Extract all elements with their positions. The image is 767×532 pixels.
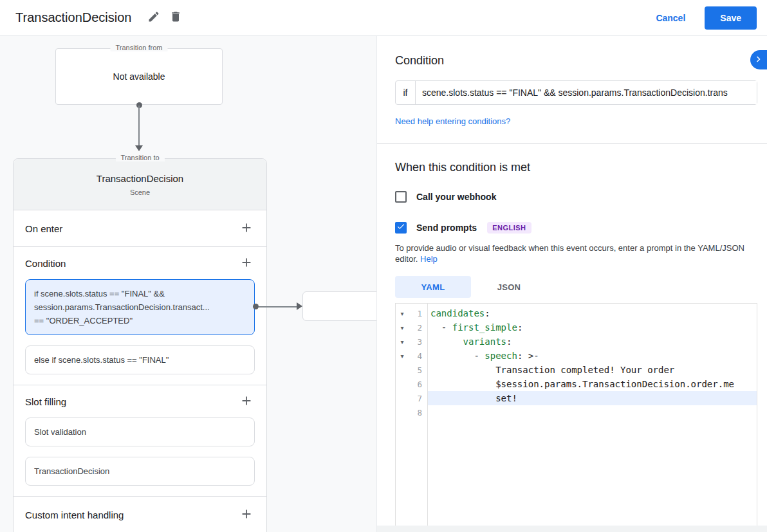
connector-line	[138, 105, 140, 145]
horizontal-scrollbar[interactable]	[377, 526, 767, 532]
add-slot-button[interactable]	[238, 393, 255, 410]
edit-title-button[interactable]	[143, 7, 165, 29]
code-line[interactable]: - first_simple:	[428, 320, 757, 335]
transition-to-label: Transition to	[115, 154, 164, 161]
panel-title: Condition	[395, 54, 757, 68]
gutter-row: ▾3	[396, 335, 427, 349]
yaml-text-token: :	[517, 322, 522, 333]
call-webhook-label: Call your webhook	[416, 192, 496, 202]
condition-card-line: session.params.TransactionDecision.trans…	[34, 300, 246, 314]
collapse-panel-button[interactable]	[750, 50, 767, 69]
delete-scene-button[interactable]	[165, 7, 187, 29]
line-number: 1	[409, 309, 427, 318]
when-met-title: When this condition is met	[395, 161, 757, 174]
condition-help-link[interactable]: Need help entering conditions?	[395, 116, 510, 126]
add-on-enter-button[interactable]	[238, 220, 255, 237]
gutter-row: 6	[396, 377, 427, 391]
line-number: 4	[409, 351, 427, 361]
yaml-text-token: set!	[430, 393, 517, 403]
add-condition-button[interactable]	[238, 255, 255, 271]
condition-expression-row: if	[395, 80, 757, 105]
save-button[interactable]: Save	[705, 6, 757, 30]
slot-card[interactable]: TransactionDecision	[25, 457, 255, 486]
fold-arrow-icon[interactable]: ▾	[396, 353, 409, 360]
plus-icon	[239, 507, 254, 523]
editor-hint-text: To provide audio or visual feedback when…	[395, 243, 744, 264]
gutter-row: 5	[396, 363, 427, 377]
line-number: 7	[409, 394, 427, 403]
editor-code-area[interactable]: candidates: - first_simple: variants: - …	[428, 304, 757, 526]
scene-node-header[interactable]: TransactionDecision Scene	[14, 159, 266, 210]
gutter-row: ▾4	[396, 349, 427, 363]
scene-diagram: Transition from Not available Transition…	[0, 36, 376, 532]
editor-hint: To provide audio or visual feedback when…	[395, 243, 757, 264]
condition-panel: Condition if Need help entering conditio…	[376, 36, 767, 532]
yaml-text-token: Transaction completed! Your order	[430, 365, 674, 375]
gutter-row: ▾2	[396, 320, 427, 335]
yaml-key-token: candidates	[430, 308, 485, 318]
slot-filling-label: Slot filling	[25, 396, 66, 407]
if-label: if	[396, 81, 415, 104]
code-line[interactable]: Transaction completed! Your order	[428, 363, 757, 377]
condition-expression-input[interactable]	[415, 81, 757, 104]
topbar: TransactionDecision Cancel Save	[0, 0, 767, 36]
arrow-right-icon	[297, 302, 302, 310]
help-link[interactable]: Help	[420, 254, 438, 264]
code-line[interactable]: variants:	[428, 335, 757, 349]
yaml-text-token	[430, 336, 463, 347]
connector-dot	[253, 304, 259, 309]
transition-from-box: Transition from Not available	[55, 48, 223, 105]
code-line[interactable]: candidates:	[428, 306, 757, 320]
checkmark-icon	[396, 222, 405, 234]
add-custom-intent-button[interactable]	[238, 506, 255, 523]
line-number: 5	[409, 365, 427, 375]
line-number: 8	[409, 408, 427, 417]
yaml-key-token: variants	[463, 336, 506, 347]
plus-icon	[239, 394, 254, 410]
transition-from-content: Not available	[113, 71, 165, 82]
gutter-row: 7	[396, 391, 427, 405]
webhook-row: Call your webhook	[395, 191, 757, 203]
pencil-icon	[147, 10, 160, 25]
fold-arrow-icon[interactable]: ▾	[396, 324, 409, 331]
editor-tabs: YAML JSON	[395, 276, 757, 298]
fold-arrow-icon[interactable]: ▾	[396, 310, 409, 317]
section-condition: Condition	[14, 247, 266, 279]
code-line[interactable]: $session.params.TransactionDecision.orde…	[428, 377, 757, 391]
tab-json[interactable]: JSON	[471, 276, 547, 298]
on-enter-label: On enter	[25, 223, 62, 234]
condition-card[interactable]: if scene.slots.status == "FINAL" &&sessi…	[25, 279, 255, 335]
slot-card-label: Slot validation	[34, 425, 246, 439]
fold-arrow-icon[interactable]: ▾	[396, 338, 409, 345]
plus-icon	[239, 221, 254, 237]
yaml-text-token: :	[506, 336, 512, 347]
yaml-editor: ▾1▾2▾3▾45678 candidates: - first_simple:…	[395, 303, 757, 526]
code-line[interactable]: - speech: >-	[428, 349, 757, 363]
gutter-row: ▾1	[396, 306, 427, 320]
condition-cards: if scene.slots.status == "FINAL" &&sessi…	[14, 279, 266, 374]
code-line[interactable]	[428, 405, 757, 419]
code-line[interactable]: set!	[428, 391, 757, 405]
send-prompts-checkbox[interactable]	[395, 222, 407, 234]
slot-card[interactable]: Slot validation	[25, 417, 255, 446]
editor-gutter: ▾1▾2▾3▾45678	[396, 304, 428, 526]
yaml-text-token: -	[430, 322, 452, 333]
condition-card[interactable]: else if scene.slots.status == "FINAL"	[25, 345, 255, 374]
section-slot-filling: Slot filling	[14, 385, 266, 417]
custom-intent-label: Custom intent handling	[25, 509, 124, 520]
yaml-text-token: :	[485, 308, 490, 318]
section-custom-intent: Custom intent handling	[14, 497, 266, 532]
panel-divider	[377, 143, 767, 144]
call-webhook-checkbox[interactable]	[395, 191, 407, 203]
yaml-key-token: speech	[485, 351, 517, 361]
condition-card-line: if scene.slots.status == "FINAL" &&	[34, 287, 246, 300]
page-title: TransactionDecision	[15, 10, 131, 25]
send-prompts-row: Send prompts ENGLISH	[395, 222, 757, 234]
cancel-button[interactable]: Cancel	[656, 13, 685, 23]
tab-yaml[interactable]: YAML	[395, 276, 471, 298]
transition-target-box[interactable]	[302, 291, 376, 321]
gutter-row: 8	[396, 405, 427, 419]
scene-node: Transition to TransactionDecision Scene …	[13, 158, 267, 532]
send-prompts-label: Send prompts	[416, 223, 477, 233]
yaml-text-token: : >-	[517, 351, 539, 361]
